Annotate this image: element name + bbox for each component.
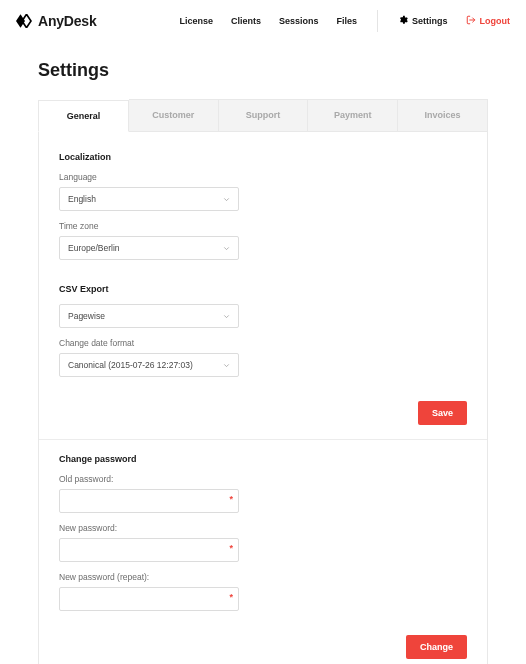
- settings-tabs: General Customer Support Payment Invoice…: [38, 99, 488, 132]
- nav-license[interactable]: License: [179, 16, 213, 26]
- required-star-icon: *: [229, 592, 233, 602]
- anydesk-logo-icon: [16, 14, 34, 28]
- logout-icon: [466, 15, 476, 27]
- date-format-label: Change date format: [59, 338, 467, 348]
- csv-mode-select[interactable]: Pagewise: [59, 304, 239, 328]
- required-star-icon: *: [229, 494, 233, 504]
- required-star-icon: *: [229, 543, 233, 553]
- general-panel: Localization Language English Time zone …: [38, 132, 488, 664]
- old-password-input[interactable]: [59, 489, 239, 513]
- page-title: Settings: [38, 60, 488, 81]
- date-format-select[interactable]: Canonical (2015-07-26 12:27:03): [59, 353, 239, 377]
- change-password-heading: Change password: [59, 454, 467, 464]
- save-button[interactable]: Save: [418, 401, 467, 425]
- timezone-select[interactable]: Europe/Berlin: [59, 236, 239, 260]
- section-divider: [39, 439, 487, 440]
- nav-files[interactable]: Files: [336, 16, 357, 26]
- old-password-label: Old password:: [59, 474, 467, 484]
- language-label: Language: [59, 172, 467, 182]
- csv-mode-select-wrap: Pagewise: [59, 304, 239, 328]
- top-nav: License Clients Sessions Files Settings …: [179, 10, 510, 32]
- tab-payment[interactable]: Payment: [308, 99, 398, 131]
- tab-invoices[interactable]: Invoices: [398, 99, 488, 131]
- tab-support[interactable]: Support: [219, 99, 309, 131]
- new-password-label: New password:: [59, 523, 467, 533]
- new-password-repeat-input[interactable]: [59, 587, 239, 611]
- tab-general[interactable]: General: [38, 100, 129, 132]
- csv-export-heading: CSV Export: [59, 284, 467, 294]
- nav-logout[interactable]: Logout: [466, 15, 511, 27]
- gear-icon: [398, 15, 408, 27]
- timezone-select-wrap: Europe/Berlin: [59, 236, 239, 260]
- nav-settings[interactable]: Settings: [398, 15, 448, 27]
- top-bar: AnyDesk License Clients Sessions Files S…: [0, 0, 526, 42]
- change-button[interactable]: Change: [406, 635, 467, 659]
- language-select[interactable]: English: [59, 187, 239, 211]
- nav-separator: [377, 10, 378, 32]
- timezone-label: Time zone: [59, 221, 467, 231]
- new-password-repeat-label: New password (repeat):: [59, 572, 467, 582]
- localization-heading: Localization: [59, 152, 467, 162]
- nav-sessions[interactable]: Sessions: [279, 16, 319, 26]
- tab-customer[interactable]: Customer: [129, 99, 219, 131]
- date-format-select-wrap: Canonical (2015-07-26 12:27:03): [59, 353, 239, 377]
- language-select-wrap: English: [59, 187, 239, 211]
- page-body: Settings General Customer Support Paymen…: [0, 42, 526, 664]
- brand-logo[interactable]: AnyDesk: [16, 13, 97, 29]
- nav-clients[interactable]: Clients: [231, 16, 261, 26]
- brand-name: AnyDesk: [38, 13, 97, 29]
- new-password-input[interactable]: [59, 538, 239, 562]
